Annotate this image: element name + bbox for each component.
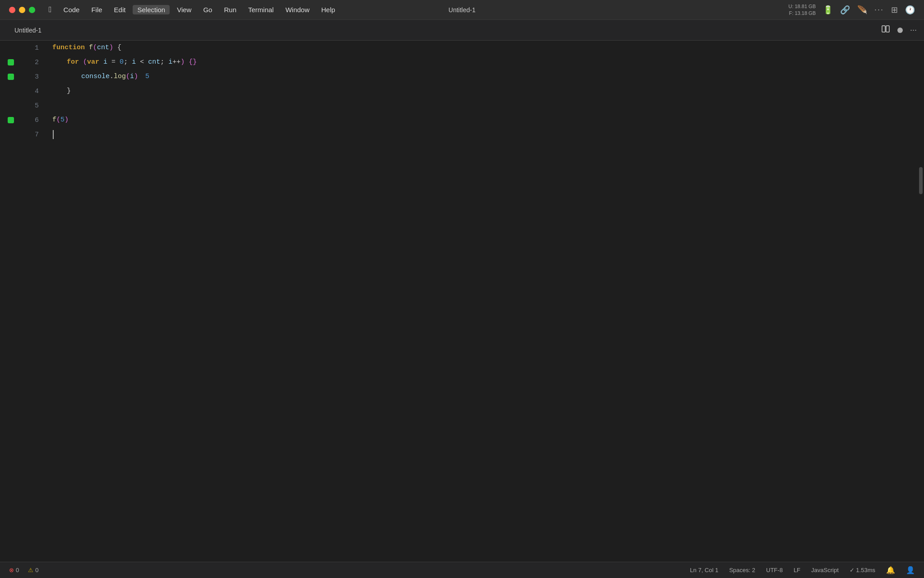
battery-icon: 🔋 xyxy=(823,5,833,15)
eol[interactable]: LF xyxy=(792,566,802,574)
scrollbar-track[interactable] xyxy=(918,41,924,562)
menu-code[interactable]: Code xyxy=(59,5,84,14)
profile-icon: 🪶 xyxy=(857,5,867,15)
tab-untitled[interactable]: Untitled-1 xyxy=(7,23,49,37)
line-num-5: 5 xyxy=(22,98,45,113)
menu-help[interactable]: Help xyxy=(317,5,340,14)
feedback-icon[interactable]: 👤 xyxy=(904,565,917,575)
breakpoint-3[interactable] xyxy=(8,74,14,80)
warning-count[interactable]: ⚠ 0 xyxy=(26,566,40,574)
keyword-function: function xyxy=(52,41,85,55)
status-left: ⊗ 0 ⚠ 0 xyxy=(7,566,40,574)
debug-value-3: 5 xyxy=(145,70,149,84)
gutter-line-7 xyxy=(0,127,22,142)
menu-edit[interactable]: Edit xyxy=(110,5,130,14)
svg-rect-0 xyxy=(882,26,885,32)
code-line-4: } xyxy=(52,84,918,98)
window-title: Untitled-1 xyxy=(448,6,476,14)
tab-title: Untitled-1 xyxy=(14,27,42,34)
encoding[interactable]: UTF-8 xyxy=(764,566,785,574)
breakpoint-6[interactable] xyxy=(8,117,14,123)
menu-bar:  Code File Edit Selection View Go Run T… xyxy=(0,0,924,20)
gutter-line-3[interactable] xyxy=(0,70,22,84)
menu-file[interactable]: File xyxy=(87,5,106,14)
menu-window[interactable]: Window xyxy=(281,5,314,14)
menu-right: U: 18.81 GB F: 13.18 GB 🔋 🔗 🪶 ··· ⊞ 🕐 xyxy=(788,3,915,16)
error-icon: ⊗ xyxy=(9,567,14,573)
gutter-line-6[interactable] xyxy=(0,113,22,127)
traffic-lights xyxy=(9,7,35,13)
menu-apple[interactable]:  xyxy=(44,4,56,15)
code-line-3: console . log ( i ) 5 xyxy=(52,70,918,84)
line-num-1: 1 xyxy=(22,41,45,55)
code-line-5 xyxy=(52,98,918,113)
tab-bar: Untitled-1 ··· xyxy=(0,20,924,41)
gutter-line-2[interactable] xyxy=(0,55,22,70)
menu-run[interactable]: Run xyxy=(219,5,241,14)
menu-go[interactable]: Go xyxy=(199,5,217,14)
editor-container: 1 2 3 4 5 6 7 function f ( cnt ) { for (… xyxy=(0,41,924,562)
line-numbers: 1 2 3 4 5 6 7 xyxy=(22,41,45,562)
tab-bar-right: ··· xyxy=(881,24,917,36)
control-center-icon[interactable]: ⊞ xyxy=(891,5,898,15)
maximize-button[interactable] xyxy=(29,7,35,13)
menu-selection[interactable]: Selection xyxy=(133,5,170,14)
more-options-icon[interactable]: ··· xyxy=(910,25,917,35)
status-bar: ⊗ 0 ⚠ 0 Ln 7, Col 1 Spaces: 2 UTF-8 LF J… xyxy=(0,562,924,578)
close-button[interactable] xyxy=(9,7,15,13)
code-editor[interactable]: function f ( cnt ) { for ( var i = 0 ; i… xyxy=(45,41,918,562)
menu-terminal[interactable]: Terminal xyxy=(244,5,278,14)
clock-icon: 🕐 xyxy=(905,5,915,15)
indentation[interactable]: Spaces: 2 xyxy=(727,566,757,574)
code-line-2: for ( var i = 0 ; i < cnt ; i ++ ) {} xyxy=(52,55,918,70)
gutter-line-4 xyxy=(0,84,22,98)
error-count[interactable]: ⊗ 0 xyxy=(7,566,21,574)
cursor xyxy=(53,130,54,139)
code-line-7 xyxy=(52,127,918,142)
line-num-7: 7 xyxy=(22,127,45,142)
status-right: Ln 7, Col 1 Spaces: 2 UTF-8 LF JavaScrip… xyxy=(688,565,917,575)
notifications-icon[interactable]: 🔔 xyxy=(884,565,897,575)
gutter-line-5 xyxy=(0,98,22,113)
breakpoint-2[interactable] xyxy=(8,59,14,65)
line-num-2: 2 xyxy=(22,55,45,70)
perf-indicator[interactable]: ✓ 1.53ms xyxy=(848,566,877,574)
warning-icon: ⚠ xyxy=(28,567,33,573)
bell-icon: 🔔 xyxy=(886,566,895,574)
menu-view[interactable]: View xyxy=(172,5,196,14)
scrollbar-thumb[interactable] xyxy=(919,167,923,194)
line-num-4: 4 xyxy=(22,84,45,98)
gutter xyxy=(0,41,22,562)
line-num-6: 6 xyxy=(22,113,45,127)
split-editor-icon[interactable] xyxy=(881,24,890,36)
cursor-position[interactable]: Ln 7, Col 1 xyxy=(688,566,720,574)
minimize-button[interactable] xyxy=(19,7,25,13)
code-line-1: function f ( cnt ) { xyxy=(52,41,918,55)
unsaved-indicator xyxy=(897,28,903,33)
gutter-line-1 xyxy=(0,41,22,55)
dots-icon[interactable]: ··· xyxy=(874,5,884,14)
link-icon: 🔗 xyxy=(840,5,850,15)
line-num-3: 3 xyxy=(22,70,45,84)
code-line-6: f ( 5 ) xyxy=(52,113,918,127)
fn-name: f xyxy=(89,41,93,55)
system-info: U: 18.81 GB F: 13.18 GB xyxy=(788,3,816,16)
keyword-for: for xyxy=(67,55,79,70)
language-mode[interactable]: JavaScript xyxy=(809,566,841,574)
menu-items:  Code File Edit Selection View Go Run T… xyxy=(44,4,340,15)
svg-rect-1 xyxy=(886,26,889,32)
person-icon: 👤 xyxy=(906,566,915,574)
